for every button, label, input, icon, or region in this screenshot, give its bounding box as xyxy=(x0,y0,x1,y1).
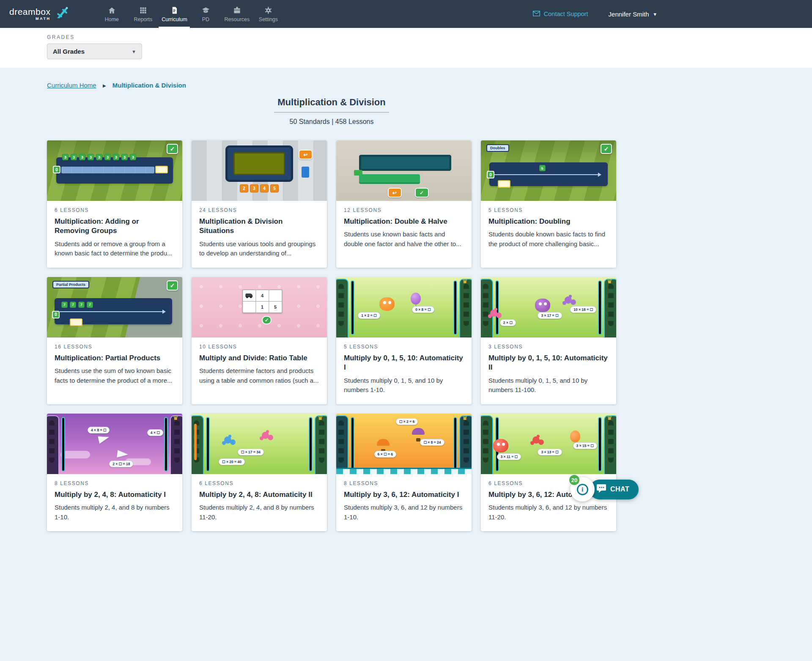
green-bar xyxy=(359,174,420,184)
lesson-card[interactable]: ♛ 4 × 8 = ☐ 4 × ☐ 2 × ☐ = 18 8 LESSONS M… xyxy=(47,414,182,531)
lesson-title[interactable]: Multiplication: Adding or Removing Group… xyxy=(55,217,175,236)
lesson-description: Students multiply 0, 1, 5, and 10 by num… xyxy=(344,376,464,395)
lesson-description: Students use various tools and groupings… xyxy=(199,239,319,258)
chevron-down-icon: ▾ xyxy=(653,11,656,17)
nav-resources[interactable]: Resources xyxy=(221,0,252,28)
answer-box xyxy=(498,180,510,188)
dreambox-logo[interactable]: dreambox MATH xyxy=(0,0,70,28)
game-tower xyxy=(336,415,348,474)
monster-sprite xyxy=(493,439,508,453)
main-content: Curriculum Home ▶ Multiplication & Divis… xyxy=(0,68,812,595)
game-tower xyxy=(459,279,472,337)
return-button-icon: ↩ xyxy=(388,188,402,197)
lesson-title[interactable]: Multiplication & Division Situations xyxy=(199,217,319,236)
lesson-title[interactable]: Multiply by 2, 4, 8: Automaticity I xyxy=(55,490,175,499)
primary-nav: Home Reports Curriculum PD Resources xyxy=(96,0,284,28)
game-tower xyxy=(481,415,493,474)
lesson-count: 5 LESSONS xyxy=(344,344,464,350)
lesson-card[interactable]: ♛ ☐ × 17 = 34 ☐ × 20 = 40 6 LESSONS Mult… xyxy=(192,414,327,531)
lesson-title[interactable]: Multiply by 3, 6, 12: Automaticity I xyxy=(344,490,464,499)
game-tower xyxy=(481,279,493,337)
balloon-animal-sprite xyxy=(565,296,572,304)
grades-dropdown-value: All Grades xyxy=(53,48,85,55)
lesson-description: Students double known basic facts to fin… xyxy=(488,230,609,249)
nav-settings[interactable]: Settings xyxy=(252,0,284,28)
car-icon xyxy=(246,293,253,297)
game-tower xyxy=(459,415,472,474)
grades-dropdown[interactable]: All Grades ▼ xyxy=(47,44,142,59)
check-icon: ✓ xyxy=(167,144,178,154)
assist-button[interactable]: 20 i xyxy=(570,477,595,502)
game-tower xyxy=(336,279,348,337)
graduation-cap-icon xyxy=(202,6,210,14)
answer-box xyxy=(155,166,168,173)
game-screen-frame xyxy=(225,145,293,182)
lesson-title[interactable]: Multiplication: Doubling xyxy=(488,217,609,226)
numberline-zero: 0 xyxy=(52,311,60,318)
lesson-card[interactable]: 4 1 5 ✓ 10 LESSONS Multiply and Divide: … xyxy=(192,277,327,404)
lesson-count: 6 LESSONS xyxy=(199,480,319,486)
dropdown-arrow-icon: ▼ xyxy=(132,49,136,54)
lesson-count: 3 LESSONS xyxy=(488,344,609,350)
balloon-animal-sprite xyxy=(262,432,269,439)
reports-grid-icon xyxy=(139,6,147,14)
lesson-grid: ✓ 333333333 0 6 LESSONS Multiplication: … xyxy=(47,140,616,531)
chat-label: CHAT xyxy=(610,485,629,493)
nav-reports[interactable]: Reports xyxy=(127,0,159,28)
lesson-thumbnail: ♛ 2 × ☐ 3 × 17 = ☐ 10 × 18 = ☐ xyxy=(481,277,616,337)
parachute-sprite xyxy=(377,439,390,446)
lesson-title[interactable]: Multiply and Divide: Ratio Table xyxy=(199,354,319,363)
breadcrumb-curriculum-home[interactable]: Curriculum Home xyxy=(47,82,96,89)
lesson-card[interactable]: ♛ 2 × ☐ 3 × 17 = ☐ 10 × 18 = ☐ 3 LESSONS… xyxy=(481,277,616,404)
lesson-description: Students use the sum of two known basic … xyxy=(55,366,175,385)
lesson-card[interactable]: ♛ 1 × 2 = ☐ 0 × 8 = ☐ 5 LESSONS Multiply… xyxy=(336,277,472,404)
confirm-check-icon: ✓ xyxy=(415,188,429,197)
nav-curriculum[interactable]: Curriculum xyxy=(159,0,190,28)
numberline-zero: 0 xyxy=(487,171,494,178)
lesson-description: Students multiply 2, 4, and 8 by numbers… xyxy=(199,503,319,522)
user-menu[interactable]: Jennifer Smith ▾ xyxy=(609,11,656,18)
nav-pd[interactable]: PD xyxy=(190,0,221,28)
balloon-sprite xyxy=(411,293,421,304)
paper-plane-sprite xyxy=(117,450,129,459)
number-tiles: 2 3 4 5 xyxy=(240,184,279,192)
nav-label: Reports xyxy=(134,16,153,22)
lesson-thumbnail: ♛ ☐ × 2 = 6 ☐ × 8 = 24 6 × ☐ = 6 xyxy=(336,414,472,474)
lesson-thumbnail: ✓ 333333333 0 xyxy=(47,140,182,201)
lesson-title[interactable]: Multiply by 0, 1, 5, 10: Automaticity II xyxy=(488,354,609,373)
strategy-label: Partial Products xyxy=(52,281,89,288)
lesson-thumbnail: Doubles ✓ 5 0 xyxy=(481,140,616,201)
lesson-card[interactable]: ✓ 333333333 0 6 LESSONS Multiplication: … xyxy=(47,140,182,268)
lesson-title[interactable]: Multiply by 2, 4, 8: Automaticity II xyxy=(199,490,319,499)
lesson-card[interactable]: Doubles ✓ 5 0 5 LESSONS Multiplication: … xyxy=(481,140,616,268)
crown-icon: ♛ xyxy=(462,414,468,422)
game-tower xyxy=(315,415,327,474)
game-tower xyxy=(170,415,182,474)
grades-label: GRADES xyxy=(47,34,812,40)
lesson-card[interactable]: ↩ 2 3 4 5 24 LESSONS Multiplication & Di… xyxy=(192,140,327,268)
contact-support-link[interactable]: Contact Support xyxy=(533,11,588,18)
lesson-card[interactable]: ♛ ☐ × 2 = 6 ☐ × 8 = 24 6 × ☐ = 6 8 LESSO… xyxy=(336,414,472,531)
lesson-thumbnail: ♛ 4 × 8 = ☐ 4 × ☐ 2 × ☐ = 18 xyxy=(47,414,182,474)
monster-sprite xyxy=(535,299,550,312)
breadcrumb-current: Multiplication & Division xyxy=(112,82,186,89)
lesson-card[interactable]: ↩ ✓ 12 LESSONS Multiplication: Double & … xyxy=(336,140,472,268)
paper-plane-sprite xyxy=(98,434,110,444)
chat-button[interactable]: CHAT xyxy=(590,480,639,499)
nav-label: Resources xyxy=(225,16,250,22)
chat-widget: 20 i CHAT xyxy=(570,477,639,502)
lesson-title[interactable]: Multiply by 0, 1, 5, 10: Automaticity I xyxy=(344,354,464,373)
lesson-title[interactable]: Multiplication: Partial Products xyxy=(55,354,175,363)
lesson-title[interactable]: Multiplication: Double & Halve xyxy=(344,217,464,226)
lesson-count: 6 LESSONS xyxy=(55,207,175,213)
lesson-card[interactable]: Partial Products ✓ 7777 0 16 LESSONS Mul… xyxy=(47,277,182,404)
lesson-card[interactable]: ♛ 3 × 11 = ☐ 3 × 13 = ☐ 3 × 15 = ☐ 6 LES… xyxy=(481,414,616,531)
nav-label: Settings xyxy=(259,16,278,22)
nav-home[interactable]: Home xyxy=(96,0,127,28)
crown-icon: ♛ xyxy=(173,414,178,422)
confirm-check-icon: ✓ xyxy=(262,316,272,324)
lesson-count: 12 LESSONS xyxy=(344,207,464,213)
lesson-count: 5 LESSONS xyxy=(488,207,609,213)
game-tower xyxy=(604,279,616,337)
answer-box xyxy=(70,318,82,326)
